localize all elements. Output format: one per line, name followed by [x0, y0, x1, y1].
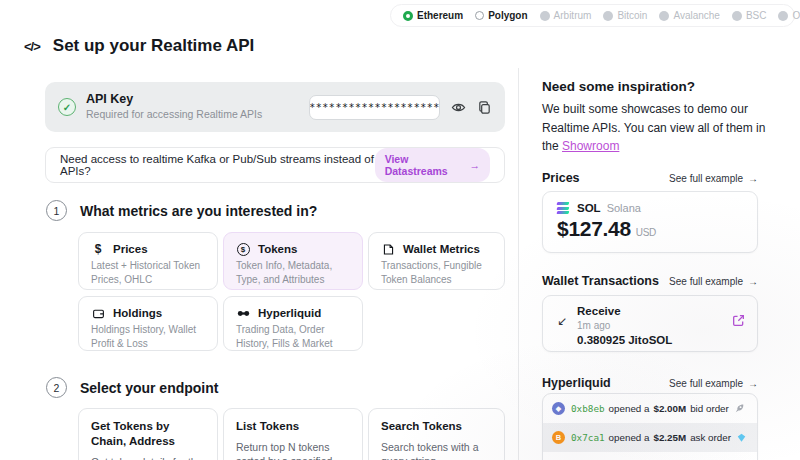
metric-title: Tokens — [258, 243, 297, 255]
arrow-right-icon: → — [748, 276, 758, 287]
hyperliquid-section-header: Hyperliquid See full example → — [542, 376, 758, 390]
endpoint-card-get-tokens-by-chain-address[interactable]: Get Tokens by Chain, Address Get token d… — [78, 408, 218, 460]
endpoint-card-list-tokens[interactable]: List Tokens Return top N tokens sorted b… — [223, 408, 363, 460]
dollar-icon: $ — [91, 242, 105, 256]
chain-option-optimism[interactable]: Optimism — [778, 10, 800, 21]
chain-option-polygon[interactable]: Polygon — [475, 10, 527, 21]
chain-selector-bar: Ethereum Polygon Arbitrum Bitcoin Avalan… — [390, 4, 795, 27]
endpoint-description: Search tokens with a query string. — [381, 440, 492, 460]
endpoint-title: Search Tokens — [381, 419, 492, 434]
metric-card-tokens[interactable]: $ Tokens Token Info, Metadata, Type, and… — [223, 232, 363, 290]
rocket-icon — [734, 403, 745, 414]
transaction-time: 1m ago — [577, 319, 672, 332]
metric-card-holdings[interactable]: Holdings Holdings History, Wallet Profit… — [78, 296, 218, 351]
external-link-icon[interactable] — [732, 314, 745, 327]
vertical-divider — [518, 68, 519, 460]
page-header: </> Set up your Realtime API — [24, 36, 254, 56]
diamond-icon — [736, 432, 747, 443]
metric-description: Holdings History, Wallet Profit & Loss — [91, 323, 205, 351]
order-amount: $2.25M — [653, 432, 686, 443]
metric-card-hyperliquid[interactable]: Hyperliquid Trading Data, Order History,… — [223, 296, 363, 351]
transaction-type: Receive — [577, 304, 672, 319]
arrow-right-icon: → — [748, 173, 758, 184]
view-datastreams-label: View Datastreams — [385, 153, 465, 177]
chain-option-arbitrum[interactable]: Arbitrum — [540, 10, 592, 21]
metric-description: Transactions, Fungible Token Balances — [381, 259, 492, 287]
prices-section-header: Prices See full example → — [542, 171, 758, 185]
token-name: Solana — [607, 202, 641, 214]
chain-option-bsc[interactable]: BSC — [732, 10, 767, 21]
metric-title: Holdings — [113, 307, 162, 319]
code-icon: </> — [24, 39, 40, 54]
token-symbol: SOL — [577, 202, 601, 214]
api-key-title: API Key — [86, 92, 262, 108]
metric-card-prices[interactable]: $ Prices Latest + Historical Token Price… — [78, 232, 218, 290]
coin-icon: $ — [236, 242, 250, 256]
api-key-subtitle: Required for accessing Realtime APIs — [86, 108, 262, 122]
order-list-item: ◆ 0xb8eb opened a $2.00M bid order — [543, 394, 757, 423]
wallet-transactions-heading: Wallet Transactions — [542, 274, 659, 288]
radio-disabled-icon — [659, 11, 669, 21]
view-datastreams-button[interactable]: View Datastreams → — [375, 148, 490, 182]
endpoint-description: Get token details for the given — [91, 455, 205, 460]
order-amount: $2.00M — [653, 403, 686, 414]
metric-card-wallet-metrics[interactable]: Wallet Metrics Transactions, Fungible To… — [368, 232, 505, 290]
metric-description: Latest + Historical Token Prices, OHLC — [91, 259, 205, 287]
endpoint-card-search-tokens[interactable]: Search Tokens Search tokens with a query… — [368, 408, 505, 460]
step-2-title: Select your endpoint — [80, 380, 218, 396]
chain-label: Polygon — [488, 10, 527, 21]
radio-disabled-icon — [732, 11, 742, 21]
endpoint-description: Return top N tokens sorted by a specifie… — [236, 440, 350, 460]
radio-disabled-icon — [540, 11, 550, 21]
order-list-item: B 0x7ca1 opened a $2.25M ask order — [543, 423, 757, 452]
api-key-card: ✓ API Key Required for accessing Realtim… — [45, 82, 505, 132]
transactions-see-full-example-link[interactable]: See full example → — [669, 276, 758, 287]
api-key-input[interactable]: ******************** — [309, 95, 440, 120]
prices-see-full-example-link[interactable]: See full example → — [669, 173, 758, 184]
hyperliquid-heading: Hyperliquid — [542, 376, 611, 390]
transaction-card: ↙ Receive 1m ago 0.380925 JitoSOL — [542, 295, 758, 352]
inspiration-text: We built some showcases to demo our Real… — [542, 100, 766, 156]
chain-label: Arbitrum — [554, 10, 592, 21]
receive-arrow-icon: ↙ — [557, 314, 567, 328]
endpoint-title: List Tokens — [236, 419, 350, 434]
step-1-title: What metrics are you interested in? — [80, 203, 317, 219]
showroom-link[interactable]: Showroom — [562, 139, 619, 153]
step-2-header: 2 Select your endpoint — [46, 377, 218, 398]
prices-heading: Prices — [542, 171, 580, 185]
wallet-icon — [91, 306, 105, 320]
page-title: Set up your Realtime API — [53, 36, 255, 56]
chain-label: BSC — [746, 10, 767, 21]
currency-label: USD — [636, 227, 656, 238]
radio-disabled-icon — [603, 11, 613, 21]
order-list-item: ◆ 0x1b4d opened a $1.20M bid order — [543, 452, 757, 460]
sol-price-card: SOL Solana $127.48 USD — [542, 191, 758, 253]
metric-title: Wallet Metrics — [403, 243, 480, 255]
chain-option-avalanche[interactable]: Avalanche — [659, 10, 720, 21]
ethereum-coin-icon: ◆ — [552, 402, 565, 415]
metric-description: Token Info, Metadata, Type, and Attribut… — [236, 259, 350, 287]
chain-option-bitcoin[interactable]: Bitcoin — [603, 10, 647, 21]
chain-option-ethereum[interactable]: Ethereum — [403, 10, 463, 21]
copy-icon[interactable] — [477, 100, 492, 115]
hyperliquid-see-full-example-link[interactable]: See full example → — [669, 378, 758, 389]
step-1-number: 1 — [46, 200, 67, 221]
arrow-right-icon: → — [470, 159, 481, 171]
document-icon — [381, 242, 395, 256]
inspiration-title: Need some inspiration? — [542, 79, 695, 94]
hyperliquid-icon — [236, 306, 250, 320]
step-1-header: 1 What metrics are you interested in? — [46, 200, 317, 221]
solana-logo-icon — [557, 202, 569, 214]
datastreams-banner: Need access to realtime Kafka or Pub/Sub… — [45, 147, 505, 183]
radio-disabled-icon — [778, 11, 788, 21]
radio-selected-icon — [403, 11, 413, 21]
token-price: $127.48 — [557, 217, 631, 241]
step-2-number: 2 — [46, 377, 67, 398]
radio-unselected-icon — [475, 11, 484, 20]
api-key-text: API Key Required for accessing Realtime … — [86, 92, 262, 121]
check-circle-icon: ✓ — [58, 98, 76, 116]
metric-title: Hyperliquid — [258, 307, 321, 319]
arrow-right-icon: → — [748, 378, 758, 389]
eye-icon[interactable] — [451, 100, 466, 115]
bitcoin-coin-icon: B — [552, 431, 565, 444]
